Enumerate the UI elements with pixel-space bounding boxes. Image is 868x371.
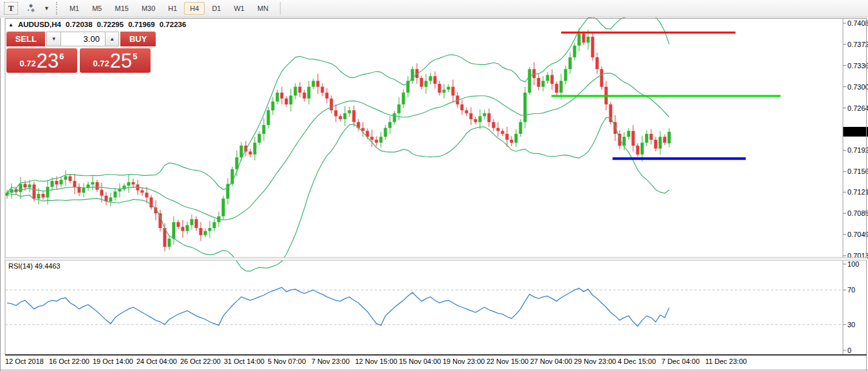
symbol-period-label: AUDUSD,H4 [18,21,61,28]
chart-header: ▲ AUDUSD,H4 0.72038 0.72295 0.71969 0.72… [8,21,186,28]
price-axis-label: 0.72640 [847,104,868,112]
one-click-trading-panel: SELL ▼ ▲ BUY 0.72 23 6 0.72 25 5 [6,32,156,73]
time-axis-label: 12 Oct 2018 [5,357,44,365]
time-axis-label: 19 Oct 14:00 [93,357,133,365]
price-axis-label: 0.74080 [847,19,868,27]
time-axis-label: 4 Dec 15:00 [618,357,656,365]
buy-price-button[interactable]: 0.72 25 5 [80,48,151,73]
rsi-axis-label: 70 [847,286,855,294]
volume-increase-button[interactable]: ▲ [105,32,119,46]
sell-price-prefix: 0.72 [19,59,35,68]
low-value: 0.71969 [128,21,155,28]
rsi-axis-label: 100 [847,260,859,268]
volume-input[interactable] [61,32,105,46]
pane-splitter[interactable] [5,258,867,260]
close-value: 0.72236 [160,21,187,28]
price-axis-label: 0.73360 [847,62,868,70]
time-axis-label: 24 Oct 04:00 [136,357,177,365]
time-axis-label: 7 Dec 04:00 [661,357,699,365]
buy-price-big: 25 [110,51,132,71]
arrange-icon[interactable] [23,2,39,15]
sell-price-button[interactable]: 0.72 23 6 [6,48,77,73]
timeframe-button-h1[interactable]: H1 [162,2,183,15]
buy-price-prefix: 0.72 [93,59,109,68]
timeframe-button-m15[interactable]: M15 [109,2,134,15]
toolbar-grip [56,2,57,15]
timeframe-button-m5[interactable]: M5 [86,2,107,15]
price-axis-label: 0.70490 [847,231,868,238]
price-axis-label: 0.73000 [847,83,868,91]
current-price-tag: 0.72236 [843,127,868,137]
mt4-chart-window: T ▼ M1M5M15M30H1H4D1W1MN 0.740800.737200… [0,0,868,371]
time-axis-label: 11 Dec 23:00 [705,357,747,365]
timeframe-button-m30[interactable]: M30 [136,2,161,15]
time-axis-label: 16 Oct 22:00 [49,357,89,365]
volume-decrease-button[interactable]: ▼ [46,32,60,46]
time-axis: 12 Oct 201816 Oct 22:0019 Oct 14:0024 Oc… [5,357,747,365]
time-axis-label: 5 Nov 07:00 [268,357,306,365]
sell-button[interactable]: SELL [6,32,45,46]
rsi-indicator-label: RSI(14) 49.4463 [8,262,60,270]
open-value: 0.72038 [66,21,93,28]
sell-price-big: 23 [37,51,59,71]
buy-button[interactable]: BUY [120,32,156,46]
time-axis-label: 26 Oct 22:00 [180,357,221,365]
timeframe-button-h4[interactable]: H4 [184,2,205,15]
chevron-down-icon[interactable]: ▼ [44,5,50,12]
timeframe-buttons: M1M5M15M30H1H4D1W1MN [63,0,275,17]
toolbar-separator [280,2,281,15]
price-axis-label: 0.71920 [847,146,868,154]
time-axis-label: 22 Nov 15:00 [486,357,528,365]
time-axis-label: 15 Nov 04:00 [399,357,441,365]
time-axis-label: 12 Nov 15:00 [355,357,397,365]
time-axis-label: 29 Nov 23:00 [574,357,616,365]
timeframe-button-w1[interactable]: W1 [228,2,250,15]
price-axis-label: 0.70850 [847,209,868,217]
time-axis-label: 31 Oct 14:00 [224,357,264,365]
rsi-axis-label: 0 [847,347,851,354]
price-axis-label: 0.71210 [847,188,868,196]
time-axis-label: 19 Nov 23:00 [443,357,485,365]
timeframe-button-d1[interactable]: D1 [206,2,226,15]
toolbar: T ▼ M1M5M15M30H1H4D1W1MN [0,0,868,17]
buy-price-pip: 5 [133,52,137,61]
timeframe-button-m1[interactable]: M1 [64,2,85,15]
time-axis-label: 27 Nov 04:00 [530,357,572,365]
price-axis-label: 0.71560 [847,167,868,175]
time-axis-label: 7 Nov 23:00 [311,357,349,365]
rsi-axis-label: 30 [847,321,855,328]
timeframe-button-mn[interactable]: MN [252,2,274,15]
sell-price-pip: 6 [59,52,64,61]
high-value: 0.72295 [97,21,124,28]
text-tool-button[interactable]: T [4,2,18,15]
price-axis-label: 0.73720 [847,41,868,48]
svg-text:0.72236: 0.72236 [844,128,868,136]
collapse-panel-icon[interactable]: ▲ [8,22,14,28]
